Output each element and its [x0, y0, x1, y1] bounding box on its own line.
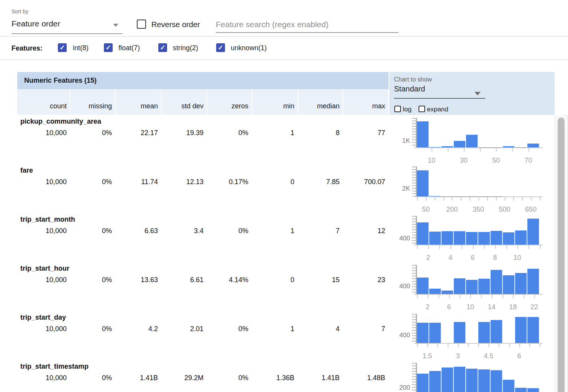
filter-checkbox-float[interactable]	[104, 43, 113, 52]
col-header-missing: missing	[70, 89, 115, 115]
hbar	[429, 196, 441, 196]
chevron-down-icon	[113, 24, 118, 27]
hbar	[515, 317, 527, 343]
ylab: 400	[391, 235, 410, 242]
xtick	[517, 245, 518, 249]
hbar	[429, 289, 441, 294]
chevron-down-icon	[474, 92, 481, 95]
xtick	[529, 148, 529, 152]
xtick	[540, 245, 540, 249]
hbar	[503, 380, 515, 392]
ylab: 1K	[391, 137, 410, 145]
stat-missing: 0%	[70, 325, 115, 334]
xtick	[428, 295, 428, 298]
hbar	[527, 388, 539, 392]
xtick	[478, 197, 479, 201]
xlab: 14	[488, 303, 496, 311]
xtick	[417, 295, 418, 298]
filter-checkbox-unknown[interactable]	[216, 43, 225, 52]
xlab: 10	[514, 254, 521, 262]
xtick	[427, 344, 428, 347]
expand-checkbox[interactable]	[419, 106, 425, 112]
hbar	[515, 230, 527, 245]
chart-to-show-caption: Chart to show	[394, 76, 432, 83]
xlab: 30	[460, 157, 468, 165]
col-header-median: median	[297, 89, 343, 115]
filter-checkbox-string[interactable]	[158, 43, 167, 52]
yruler	[412, 265, 416, 294]
reverse-order-label: Reverse order	[151, 20, 200, 29]
stat-max: 1.48B	[343, 374, 388, 383]
features-caption: Features:	[11, 44, 43, 52]
stat-stddev: 6.61	[161, 276, 207, 285]
hbar	[417, 323, 429, 343]
xtick	[540, 344, 540, 347]
stat-median: 4	[297, 325, 343, 334]
xtick	[458, 344, 459, 347]
filter-label-unknown: unknown(1)	[231, 44, 267, 52]
stat-min: 1	[251, 129, 297, 138]
xlab: 10	[428, 157, 435, 165]
xlab: 8	[493, 254, 497, 262]
stat-zeros: 0%	[207, 374, 251, 383]
vertical-scrollbar-track[interactable]	[555, 115, 568, 392]
xtick	[437, 344, 438, 347]
xlab: 6	[471, 254, 474, 262]
xtick	[505, 197, 506, 201]
hbar	[454, 231, 466, 245]
vertical-scrollbar-thumb[interactable]	[558, 118, 565, 392]
xtick	[529, 344, 530, 347]
hbar	[491, 370, 502, 392]
stat-zeros: 0%	[207, 227, 251, 236]
xlab: 4	[448, 254, 452, 262]
xlab: 4.5	[484, 352, 493, 360]
xtick	[478, 344, 479, 347]
stat-missing: 0%	[70, 178, 115, 187]
hbar	[417, 278, 429, 294]
hbar	[478, 369, 490, 392]
xtick	[513, 197, 514, 201]
xlab: 10	[466, 303, 474, 311]
hbar	[442, 368, 453, 392]
histogram-chart: 4002610141822	[417, 266, 540, 294]
filter-label-int: int(8)	[73, 44, 89, 52]
stat-mean: 22.17	[115, 129, 161, 138]
xtick	[522, 197, 523, 201]
xlab: 6	[447, 303, 451, 311]
hbar	[466, 280, 478, 294]
stat-stddev: 19.39	[161, 129, 207, 138]
xtick	[513, 295, 514, 298]
feature-name: pickup_community_area	[20, 118, 101, 126]
xtick	[512, 148, 513, 152]
ylab: 2K	[391, 185, 410, 193]
xlab: 50	[422, 206, 430, 214]
xtick	[481, 295, 482, 298]
xtick	[449, 295, 450, 298]
hbar	[454, 278, 466, 294]
xlab: 650	[525, 206, 537, 214]
xtick	[452, 197, 453, 201]
hbar	[429, 323, 441, 343]
stat-min: 0	[251, 276, 297, 285]
reverse-order-checkbox[interactable]	[137, 20, 146, 29]
hbar	[454, 367, 466, 392]
xtick	[499, 344, 499, 347]
xtick	[468, 344, 469, 347]
xtick	[492, 295, 492, 298]
stat-count: 10,000	[17, 227, 70, 236]
xlab: 1.5	[422, 352, 432, 360]
stat-max: 12	[343, 227, 388, 236]
filter-label-float: float(7)	[118, 44, 140, 52]
col-header-mean: mean	[115, 89, 161, 115]
stat-min: 1	[251, 227, 297, 236]
filter-checkbox-int[interactable]	[58, 43, 67, 52]
search-input[interactable]	[216, 17, 399, 33]
log-checkbox[interactable]	[394, 106, 401, 112]
chart-type-value: Standard	[394, 85, 425, 93]
sort-by-select[interactable]: Feature order	[11, 19, 123, 32]
xtick	[470, 197, 470, 201]
stat-mean: 4.2	[115, 325, 161, 334]
stat-median: 7.85	[297, 178, 343, 187]
stat-min: 1	[251, 325, 297, 334]
xtick	[438, 295, 439, 298]
